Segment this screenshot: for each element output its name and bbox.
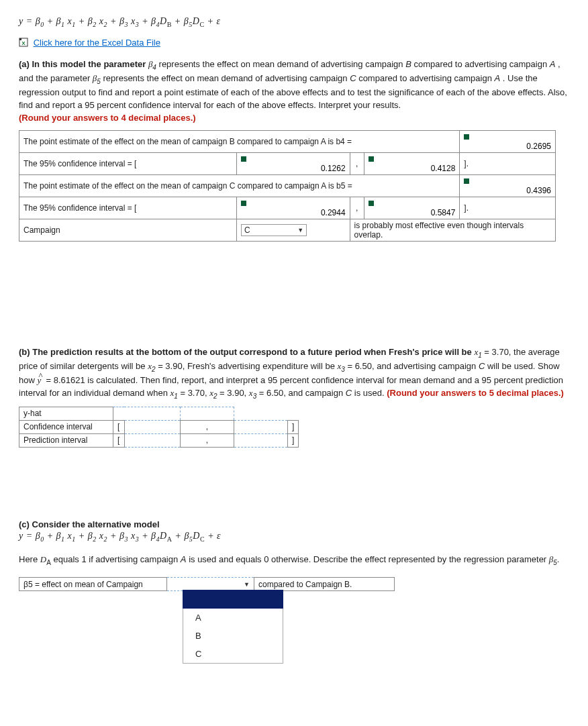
ci-b4-upper-input[interactable] [369,164,456,173]
dropdown-active-bar[interactable] [183,590,283,609]
ci-b4-lower-input[interactable] [241,164,346,173]
ci-lower-input[interactable] [129,422,176,431]
chevron-down-icon: ▼ [244,581,250,588]
table-row: Prediction interval [ , ] [19,433,299,447]
beta5-campaign-dropdown[interactable]: ▼ [171,581,250,588]
b4-input[interactable] [464,142,551,151]
table-row: β5 = effect on mean of Campaign ▼ compar… [19,578,395,591]
ci-b5-lower-input[interactable] [241,208,346,217]
dropdown-option-b[interactable]: B [183,627,283,645]
part-b-lead: (b) The prediction results at the bottom… [19,347,474,357]
part-a-lead: (a) In this model the parameter [19,59,148,69]
pi-label: Prediction interval [19,433,113,447]
table-row: The point estimate of the effect on the … [19,174,556,197]
table-row: Campaign C ▼ is probably most effective … [19,219,556,241]
dropdown-menu: A B C [183,590,283,664]
yhat-input[interactable] [117,409,176,418]
ci-upper-input[interactable] [238,422,283,431]
round-instruction-a: (Round your answers to 4 decimal places.… [19,113,196,123]
round-instruction-b: (Round your answers to 5 decimal places.… [387,388,564,398]
b5-input[interactable] [464,186,551,195]
compared-label: compared to Campaign B. [254,578,395,591]
part-b-text: (b) The prediction results at the bottom… [19,346,569,401]
excel-file-icon: X [19,38,28,47]
yhat-extra-input[interactable] [185,409,230,418]
part-b-table: y-hat Confidence interval [ , ] Predicti… [19,407,299,448]
part-c-lead: (c) Consider the alternative model [19,519,569,531]
yhat-label: y-hat [19,407,113,420]
part-c-table: β5 = effect on mean of Campaign ▼ compar… [19,577,395,591]
table-row: The 95% confidence interval = [ , ]. [19,197,556,219]
ci-b5-upper-input[interactable] [369,208,456,217]
table-row: Confidence interval [ , ] [19,420,299,433]
part-a-text: (a) In this model the parameter β4 repre… [19,58,569,125]
table-row: y-hat [19,407,299,420]
dropdown-option-a[interactable]: A [183,609,283,627]
ci-label: Confidence interval [19,420,113,433]
alt-model-equation: y = β0 + β1 x1 + β2 x2 + β3 x3 + β4DA + … [19,531,569,543]
table-row: The 95% confidence interval = [ , ]. [19,152,556,174]
model-equation: y = β0 + β1 x1 + β2 x2 + β3 x3 + β4DB + … [19,16,569,28]
excel-data-file-link[interactable]: Click here for the Excel Data File [34,38,160,48]
dropdown-option-c[interactable]: C [183,645,283,663]
part-c-text: Here DA equals 1 if advertising campaign… [19,554,569,568]
part-a-table: The point estimate of the effect on the … [19,130,556,242]
beta5-effect-label: β5 = effect on mean of Campaign [19,578,167,591]
campaign-dropdown[interactable]: C ▼ [241,224,307,236]
table-row: The point estimate of the effect on the … [19,130,556,152]
chevron-down-icon: ▼ [297,227,303,234]
pi-upper-input[interactable] [238,435,283,445]
pi-lower-input[interactable] [129,435,176,445]
svg-text:X: X [21,40,26,46]
